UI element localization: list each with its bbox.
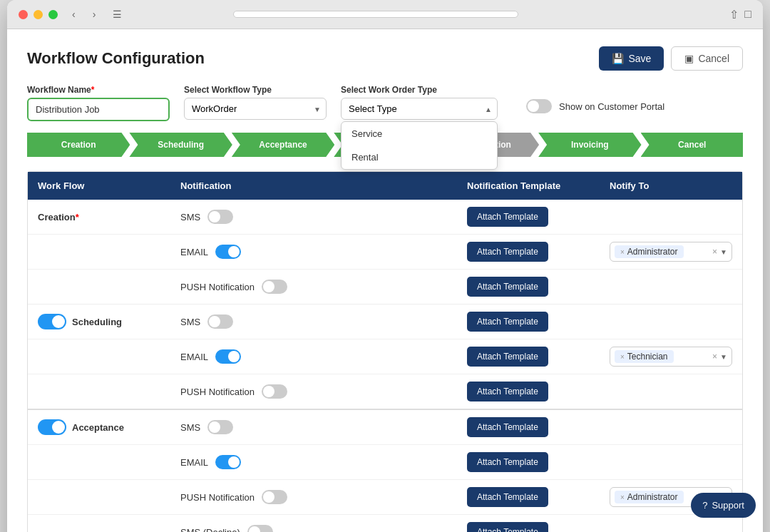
table-row: PUSH Notification Attach Template × bbox=[28, 480, 742, 515]
toggle-acceptance-sms-decline[interactable] bbox=[247, 525, 273, 532]
pipeline-step-cancel[interactable]: Cancel bbox=[641, 133, 743, 157]
pipeline-step-invoicing[interactable]: Invoicing bbox=[538, 133, 641, 157]
th-workflow: Work Flow bbox=[28, 172, 170, 200]
chevron-down-icon[interactable]: ▼ bbox=[720, 248, 727, 256]
toggle-acceptance-push[interactable] bbox=[262, 490, 287, 504]
forward-button[interactable]: › bbox=[90, 7, 99, 21]
toggle-creation-push[interactable] bbox=[262, 280, 287, 294]
td-notification-sms: SMS bbox=[170, 203, 457, 231]
table-row: EMAIL Attach Template × Technician bbox=[28, 339, 742, 374]
table-row: EMAIL Attach Template bbox=[28, 445, 742, 480]
cancel-button[interactable]: ▣ Cancel bbox=[671, 46, 743, 71]
toggle-scheduling-email[interactable] bbox=[215, 349, 241, 364]
attach-template-button[interactable]: Attach Template bbox=[467, 277, 548, 297]
attach-template-button[interactable]: Attach Template bbox=[467, 312, 548, 332]
td-template-acceptance-email: Attach Template bbox=[457, 445, 600, 479]
attach-template-button[interactable]: Attach Template bbox=[467, 522, 548, 532]
page-header: Workflow Configuration 💾 Save ▣ Cancel bbox=[27, 46, 743, 71]
td-notify-creation-email: × Administrator × ▼ bbox=[600, 235, 742, 269]
title-bar: ‹ › ☰ ⇧ □ bbox=[7, 0, 763, 29]
td-template-acceptance-sms-decline: Attach Template bbox=[457, 515, 600, 532]
pipeline-step-creation[interactable]: Creation bbox=[27, 133, 130, 157]
table-header: Work Flow Notification Notification Temp… bbox=[28, 172, 742, 200]
work-order-type-select-wrapper[interactable]: Select Type Service Rental ▲ bbox=[341, 98, 498, 120]
dropdown-item-service[interactable]: Service bbox=[342, 122, 497, 145]
pipeline-step-acceptance[interactable]: Acceptance bbox=[232, 133, 334, 157]
workflow-label-creation: Creation* bbox=[28, 205, 170, 230]
td-notification-push-sched: PUSH Notification bbox=[170, 377, 457, 406]
toggle-scheduling-push[interactable] bbox=[262, 384, 287, 399]
attach-template-button[interactable]: Attach Template bbox=[467, 207, 548, 227]
workflow-label-empty bbox=[28, 245, 170, 259]
td-template-creation-sms: Attach Template bbox=[457, 200, 600, 234]
workflow-type-select[interactable]: WorkOrder bbox=[184, 98, 327, 120]
chip-x[interactable]: × bbox=[620, 248, 625, 256]
td-notify-acceptance-sms-decline bbox=[600, 525, 742, 532]
td-notify-scheduling-email: × Technician × ▼ bbox=[600, 339, 742, 374]
workflow-type-group: Select Workflow Type WorkOrder ▼ bbox=[184, 85, 327, 120]
toggle-creation-email[interactable] bbox=[215, 245, 241, 259]
toggle-scheduling-sms[interactable] bbox=[207, 314, 233, 329]
attach-template-button[interactable]: Attach Template bbox=[467, 242, 548, 262]
chevron-down-icon[interactable]: ▼ bbox=[720, 353, 727, 361]
notify-chip-technician: × Technician bbox=[615, 350, 674, 363]
share-icon[interactable]: ⇧ bbox=[729, 8, 739, 21]
chip-x[interactable]: × bbox=[620, 493, 625, 501]
scheduling-toggle[interactable] bbox=[38, 314, 66, 329]
attach-template-button[interactable]: Attach Template bbox=[467, 382, 548, 401]
support-button[interactable]: ? Support bbox=[691, 493, 756, 518]
workflow-label-empty bbox=[28, 490, 170, 504]
maximize-button[interactable] bbox=[48, 10, 58, 19]
td-template-creation-push: Attach Template bbox=[457, 270, 600, 304]
workflow-label-empty bbox=[28, 349, 170, 364]
table-row: PUSH Notification Attach Template bbox=[28, 270, 742, 304]
pipeline-step-scheduling[interactable]: Scheduling bbox=[129, 133, 232, 157]
save-button[interactable]: 💾 Save bbox=[599, 46, 664, 71]
td-notification-sms-decline: SMS (Decline) bbox=[170, 518, 457, 532]
work-order-type-select[interactable]: Select Type Service Rental bbox=[341, 98, 498, 120]
td-notification-sms-accept: SMS bbox=[170, 413, 457, 441]
acceptance-toggle[interactable] bbox=[38, 419, 66, 435]
toggle-acceptance-email[interactable] bbox=[215, 455, 241, 469]
required-marker: * bbox=[76, 212, 79, 222]
workflow-label-empty bbox=[28, 384, 170, 399]
td-notification-sms-sched: SMS bbox=[170, 307, 457, 336]
section-creation: Creation* SMS Attach Template bbox=[28, 200, 742, 305]
new-tab-icon[interactable]: □ bbox=[744, 8, 751, 21]
td-template-scheduling-email: Attach Template bbox=[457, 339, 600, 374]
support-icon: ? bbox=[702, 500, 707, 511]
notify-chip-administrator: × Administrator bbox=[615, 245, 684, 258]
minimize-button[interactable] bbox=[34, 10, 43, 19]
td-template-acceptance-push: Attach Template bbox=[457, 480, 600, 514]
main-content: Workflow Configuration 💾 Save ▣ Cancel W… bbox=[7, 29, 763, 532]
toggle-acceptance-sms[interactable] bbox=[207, 420, 233, 434]
workflow-label-scheduling: Scheduling bbox=[28, 307, 170, 337]
chip-x[interactable]: × bbox=[620, 353, 625, 361]
td-template-scheduling-sms: Attach Template bbox=[457, 305, 600, 339]
attach-template-button[interactable]: Attach Template bbox=[467, 417, 548, 437]
attach-template-button[interactable]: Attach Template bbox=[467, 347, 548, 367]
dropdown-item-rental[interactable]: Rental bbox=[342, 145, 497, 169]
workflow-label-empty bbox=[28, 525, 170, 532]
back-button[interactable]: ‹ bbox=[69, 7, 78, 21]
section-acceptance: Acceptance SMS Attach Template bbox=[28, 410, 742, 532]
td-notify-acceptance-email bbox=[600, 455, 742, 469]
sidebar-button[interactable]: ☰ bbox=[110, 7, 125, 21]
workflow-name-input[interactable] bbox=[27, 98, 170, 121]
td-notify-creation-sms bbox=[600, 210, 742, 224]
close-button[interactable] bbox=[19, 10, 28, 19]
toggle-creation-sms[interactable] bbox=[207, 210, 233, 224]
attach-template-button[interactable]: Attach Template bbox=[467, 452, 548, 472]
table-row: PUSH Notification Attach Template bbox=[28, 374, 742, 409]
td-notify-acceptance-sms bbox=[600, 420, 742, 434]
work-order-type-group: Select Work Order Type Select Type Servi… bbox=[341, 85, 498, 120]
td-template-creation-email: Attach Template bbox=[457, 235, 600, 269]
td-notification-email: EMAIL bbox=[170, 237, 457, 266]
attach-template-button[interactable]: Attach Template bbox=[467, 487, 548, 507]
clear-x[interactable]: × bbox=[712, 352, 717, 362]
td-notify-scheduling-push bbox=[600, 384, 742, 399]
show-portal-toggle[interactable] bbox=[526, 99, 552, 113]
header-actions: 💾 Save ▣ Cancel bbox=[599, 46, 743, 71]
clear-x[interactable]: × bbox=[712, 247, 717, 257]
table-row: SMS (Decline) Attach Template bbox=[28, 515, 742, 532]
